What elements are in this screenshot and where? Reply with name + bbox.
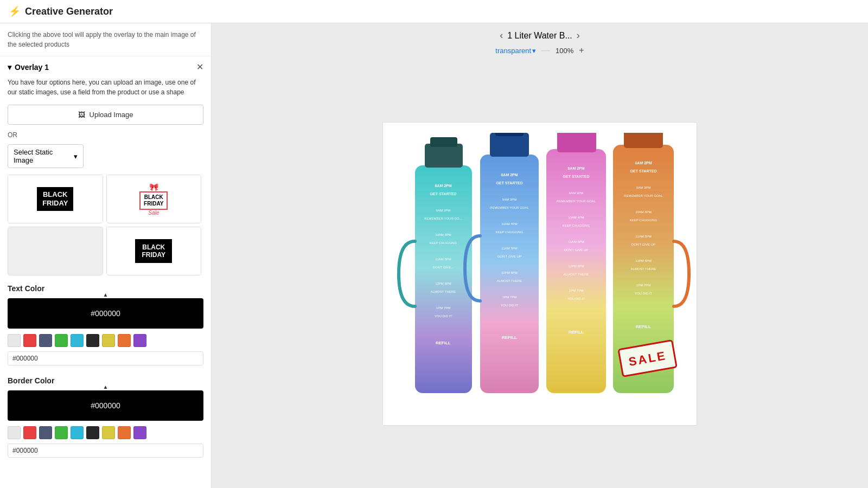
svg-text:REFILL: REFILL bbox=[636, 324, 651, 329]
border-color-swatches bbox=[8, 426, 203, 439]
svg-text:REFILL: REFILL bbox=[502, 335, 517, 340]
color-swatch[interactable] bbox=[8, 426, 21, 439]
thumbnail-placeholder bbox=[8, 227, 103, 275]
collapse-icon[interactable]: ▾ bbox=[8, 63, 11, 72]
sale-script-text: Sale bbox=[148, 210, 159, 216]
color-swatch[interactable] bbox=[86, 334, 99, 347]
svg-text:YOU DID IT: YOU DID IT bbox=[501, 304, 518, 307]
upload-label: Upload Image bbox=[90, 111, 133, 119]
svg-text:11AM      5PM: 11AM 5PM bbox=[635, 235, 652, 238]
app-header: ⚡ Creative Generator bbox=[0, 0, 868, 23]
border-color-preview[interactable]: #000000 bbox=[8, 390, 203, 421]
color-swatch[interactable] bbox=[102, 334, 115, 347]
svg-text:YOU DID IT: YOU DID IT bbox=[567, 297, 585, 300]
select-static-dropdown[interactable]: Select Static Image ▾ bbox=[8, 144, 84, 168]
svg-text:GET STARTED: GET STARTED bbox=[496, 181, 523, 185]
gift-ribbon-icon: 🎀 bbox=[149, 183, 158, 191]
svg-text:9AM      3PM: 9AM 3PM bbox=[636, 186, 650, 189]
overlay-title: ▾ Overlay 1 bbox=[8, 63, 49, 72]
color-swatch[interactable] bbox=[23, 426, 36, 439]
svg-text:9AM      3PM: 9AM 3PM bbox=[502, 198, 516, 201]
svg-text:8AM      2PM: 8AM 2PM bbox=[501, 173, 518, 177]
thumbnail-item[interactable] bbox=[8, 227, 103, 275]
svg-text:9AM      3PM: 9AM 3PM bbox=[436, 209, 450, 212]
svg-text:9AM      3PM: 9AM 3PM bbox=[569, 191, 583, 195]
zoom-divider: — bbox=[541, 46, 550, 55]
color-swatch[interactable] bbox=[118, 426, 131, 439]
color-swatch[interactable] bbox=[55, 426, 68, 439]
color-swatch[interactable] bbox=[118, 334, 131, 347]
svg-text:12PM      6PM: 12PM 6PM bbox=[635, 259, 652, 262]
overlay-header: ▾ Overlay 1 ✕ bbox=[8, 62, 203, 72]
svg-text:8AM      2PM: 8AM 2PM bbox=[567, 166, 584, 170]
svg-text:10AM      4PM: 10AM 4PM bbox=[568, 216, 584, 219]
color-swatch[interactable] bbox=[39, 334, 52, 347]
svg-text:12PM      6PM: 12PM 6PM bbox=[568, 265, 584, 268]
or-divider: OR bbox=[8, 131, 203, 139]
svg-text:ALMOST THERE: ALMOST THERE bbox=[431, 290, 456, 293]
thumbnail-item[interactable]: 🎀 BLACKFRIDAY Sale bbox=[106, 175, 202, 223]
zoom-in-button[interactable]: + bbox=[579, 46, 584, 55]
svg-text:REMEMBER YOUR GOAL: REMEMBER YOUR GOAL bbox=[624, 194, 663, 197]
color-swatch[interactable] bbox=[71, 426, 84, 439]
svg-text:10AM      4PM: 10AM 4PM bbox=[501, 222, 518, 226]
next-product-button[interactable]: › bbox=[577, 30, 580, 41]
color-swatch[interactable] bbox=[55, 334, 68, 347]
color-swatch[interactable] bbox=[102, 426, 115, 439]
svg-text:10AM      4PM: 10AM 4PM bbox=[635, 210, 652, 214]
app-title: Creative Generator bbox=[25, 6, 113, 17]
thumbnail-item[interactable]: BLACKFRIDAY bbox=[8, 175, 103, 223]
text-color-input[interactable] bbox=[8, 351, 203, 365]
svg-text:ALMOST THERE: ALMOST THERE bbox=[564, 273, 589, 276]
zoom-level: 100% bbox=[556, 47, 573, 55]
svg-text:8AM      2PM: 8AM 2PM bbox=[435, 184, 451, 188]
bf-solid-text: BLACKFRIDAY bbox=[37, 187, 73, 210]
svg-text:GET STARTED: GET STARTED bbox=[430, 192, 457, 196]
select-static-label: Select Static Image bbox=[14, 148, 74, 164]
text-color-preview[interactable]: #000000 bbox=[8, 298, 203, 329]
color-swatch[interactable] bbox=[23, 334, 36, 347]
svg-text:12PM      6PM: 12PM 6PM bbox=[435, 282, 451, 285]
prev-product-button[interactable]: ‹ bbox=[500, 30, 503, 41]
product-nav-row: ‹ 1 Liter Water B... › bbox=[212, 23, 868, 43]
svg-text:8AM      2PM: 8AM 2PM bbox=[635, 161, 652, 165]
upload-icon: 🖼 bbox=[78, 111, 85, 119]
right-area: ‹ 1 Liter Water B... › transparent ▾ — 1… bbox=[212, 23, 868, 488]
svg-text:10AM      4PM: 10AM 4PM bbox=[435, 233, 451, 236]
thumbnail-item[interactable]: BLACKFRIDAY bbox=[106, 227, 202, 275]
svg-text:11AM      5PM: 11AM 5PM bbox=[568, 240, 584, 243]
overlay-description: You have four options here, you can uplo… bbox=[8, 78, 203, 97]
text-color-section: Text Color #000000 bbox=[8, 284, 203, 374]
svg-rect-49 bbox=[624, 133, 663, 148]
color-swatch[interactable] bbox=[86, 426, 99, 439]
color-swatch[interactable] bbox=[71, 334, 84, 347]
svg-text:12PM      6PM: 12PM 6PM bbox=[501, 271, 518, 274]
color-swatch[interactable] bbox=[39, 426, 52, 439]
bf-classic-text: BLACKFRIDAY bbox=[135, 239, 172, 264]
text-color-value: #000000 bbox=[91, 309, 120, 318]
panel-intro: Clicking the above tool will apply the o… bbox=[0, 23, 211, 56]
lightning-icon: ⚡ bbox=[9, 5, 21, 17]
color-swatch[interactable] bbox=[133, 334, 146, 347]
svg-text:GET STARTED: GET STARTED bbox=[630, 169, 657, 173]
color-swatch[interactable] bbox=[8, 334, 21, 347]
product-image-svg: 8AM 2PM GET STARTED 9AM 3PM REMEMBER YOU… bbox=[388, 133, 692, 415]
svg-text:KEEP CHUGGING: KEEP CHUGGING bbox=[430, 241, 457, 245]
background-select[interactable]: transparent ▾ bbox=[495, 47, 536, 55]
upload-image-button[interactable]: 🖼 Upload Image bbox=[8, 105, 203, 125]
border-color-value: #000000 bbox=[91, 401, 120, 410]
svg-text:ALMOST THERE: ALMOST THERE bbox=[497, 279, 522, 282]
svg-text:GET STARTED: GET STARTED bbox=[563, 175, 590, 178]
overlay-title-label: Overlay 1 bbox=[15, 63, 49, 72]
overlay-section: ▾ Overlay 1 ✕ You have four options here… bbox=[0, 56, 211, 488]
svg-text:REMEMBER YOUR GOAL: REMEMBER YOUR GOAL bbox=[490, 206, 529, 209]
svg-text:11AM      5PM: 11AM 5PM bbox=[435, 258, 451, 261]
color-swatch[interactable] bbox=[133, 426, 146, 439]
svg-text:1PM      7PM: 1PM 7PM bbox=[502, 296, 516, 299]
overlay-close-button[interactable]: ✕ bbox=[196, 62, 203, 72]
svg-rect-17 bbox=[490, 133, 529, 157]
border-color-input[interactable] bbox=[8, 444, 203, 458]
thumbnails-area: BLACKFRIDAY 🎀 BLACKFRIDAY Sale bbox=[8, 175, 203, 275]
text-color-swatches bbox=[8, 334, 203, 347]
svg-text:DON'T GIVE...: DON'T GIVE... bbox=[432, 266, 454, 269]
